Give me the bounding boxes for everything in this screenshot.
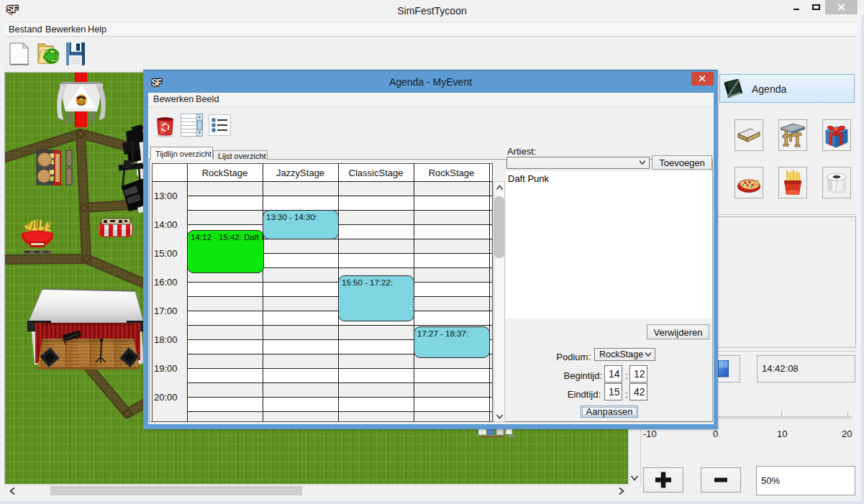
svg-text:SF: SF bbox=[6, 4, 18, 14]
svg-text:SF: SF bbox=[152, 78, 162, 88]
